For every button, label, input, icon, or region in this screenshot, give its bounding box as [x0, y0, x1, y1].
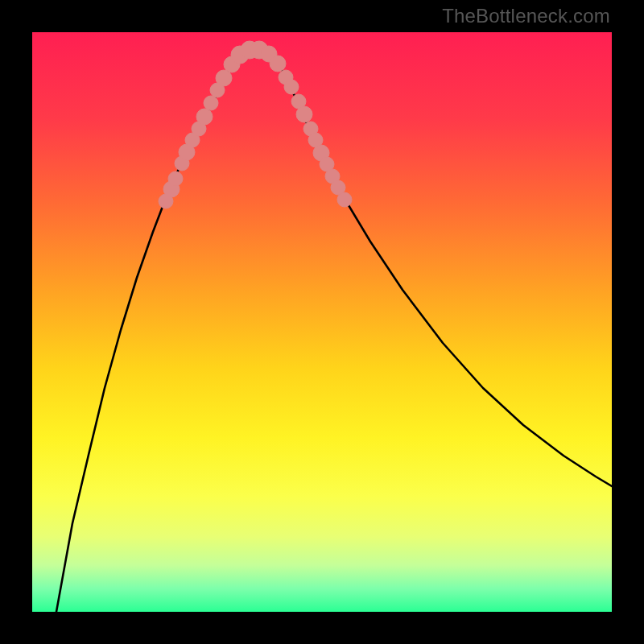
curve-markers — [159, 41, 352, 208]
plot-area — [32, 32, 612, 612]
data-marker — [337, 192, 352, 207]
data-marker — [270, 56, 286, 72]
data-marker — [204, 96, 218, 110]
data-marker — [284, 80, 299, 94]
chart-frame: TheBottleneck.com — [0, 0, 644, 644]
bottleneck-curve — [32, 32, 612, 612]
data-marker — [168, 171, 183, 186]
data-marker — [196, 109, 213, 125]
data-marker — [296, 106, 312, 122]
curve-path — [56, 49, 612, 612]
watermark-text: TheBottleneck.com — [442, 5, 610, 27]
